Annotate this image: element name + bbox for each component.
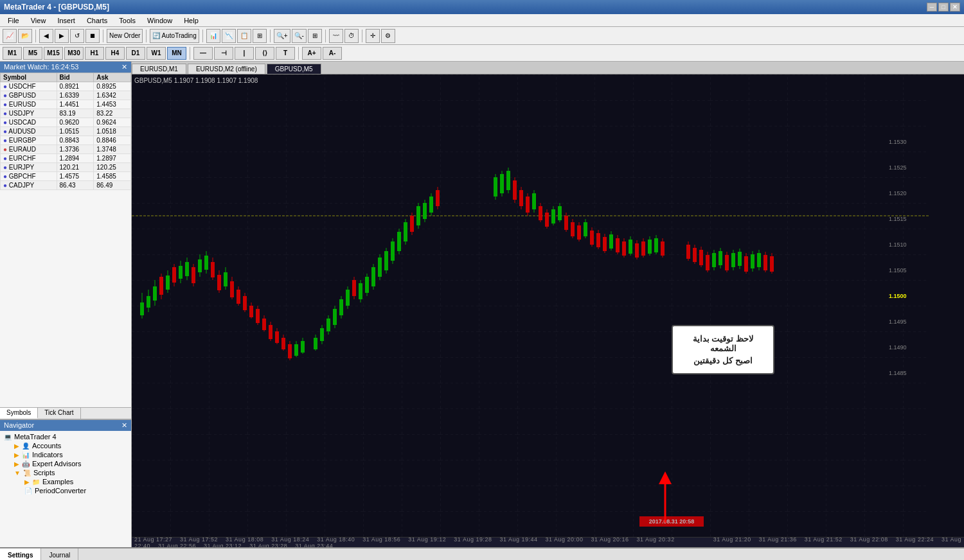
menu-charts[interactable]: Charts: [82, 15, 112, 26]
forward-btn[interactable]: ▶: [55, 29, 69, 43]
tf-d1[interactable]: D1: [126, 47, 145, 60]
draw-channel-btn[interactable]: ⟨⟩: [255, 47, 274, 60]
indicator-btn[interactable]: 〰: [329, 29, 343, 43]
nav-indicators[interactable]: ▶ 📊 Indicators: [12, 450, 130, 459]
market-watch-row[interactable]: ● EURUSD 1.4451 1.4453: [1, 100, 131, 109]
tf-m5[interactable]: M5: [23, 47, 42, 60]
zoom-in-btn[interactable]: 🔍+: [274, 29, 290, 43]
chart-tab-eurusd-m2[interactable]: EURUSD,M2 (offline): [188, 64, 265, 74]
settings-btn[interactable]: ⚙: [381, 29, 395, 43]
open-btn[interactable]: 📂: [18, 29, 32, 43]
nav-expert-advisors[interactable]: ▶ 🤖 Expert Advisors: [12, 459, 130, 468]
chart-btn2[interactable]: 📉: [222, 29, 236, 43]
close-button[interactable]: ✕: [950, 3, 960, 12]
title-bar: MetaTrader 4 - [GBPUSD,M5] ─ □ ✕: [0, 0, 964, 14]
svg-rect-174: [763, 255, 767, 270]
market-watch-header: Market Watch: 16:24:53 ✕: [0, 62, 131, 73]
market-watch-row[interactable]: ● CADJPY 86.43 86.49: [1, 181, 131, 190]
market-watch-row[interactable]: ● GBPCHF 1.4575 1.4585: [1, 172, 131, 181]
tf-h4[interactable]: H4: [105, 47, 125, 60]
svg-rect-100: [506, 171, 510, 190]
tf-h1[interactable]: H1: [85, 47, 104, 60]
period-btn[interactable]: ⏱: [344, 29, 359, 43]
market-watch-row[interactable]: ● USDCAD 0.9620 0.9624: [1, 118, 131, 127]
stop-btn[interactable]: ⏹: [85, 29, 100, 43]
bp-tab-journal[interactable]: Journal: [41, 548, 78, 560]
svg-rect-32: [230, 281, 234, 297]
chart-btn3[interactable]: 📋: [237, 29, 251, 43]
svg-rect-136: [622, 241, 626, 256]
tf-m1[interactable]: M1: [3, 47, 22, 60]
svg-rect-148: [661, 241, 665, 256]
nav-metatrader4[interactable]: 💻 MetaTrader 4: [1, 432, 130, 441]
market-watch-row[interactable]: ● GBPUSD 1.6339 1.6342: [1, 91, 131, 100]
col-bid: Bid: [57, 73, 94, 82]
toolbar2: M1 M5 M15 M30 H1 H4 D1 W1 MN — ⊣ | ⟨⟩ T …: [0, 45, 964, 62]
tf-m15[interactable]: M15: [44, 47, 63, 60]
market-watch-row[interactable]: ● EURGBP 0.8843 0.8846: [1, 136, 131, 145]
svg-rect-6: [147, 296, 150, 308]
market-watch-row[interactable]: ● USDJPY 83.19 83.22: [1, 109, 131, 118]
refresh-btn[interactable]: ↺: [70, 29, 84, 43]
mw-ask: 1.2897: [94, 154, 131, 163]
chart-btn4[interactable]: ⊞: [253, 29, 267, 43]
pc-icon: 💻: [4, 433, 12, 441]
tab-symbols[interactable]: Symbols: [0, 408, 38, 419]
market-watch-close[interactable]: ✕: [121, 63, 127, 71]
menu-file[interactable]: File: [3, 15, 24, 26]
zoom-out2-btn[interactable]: A-: [323, 47, 342, 60]
menu-view[interactable]: View: [26, 15, 51, 26]
minimize-button[interactable]: ─: [927, 3, 937, 12]
market-watch-row[interactable]: ● EURCHF 1.2894 1.2897: [1, 154, 131, 163]
svg-rect-26: [211, 262, 215, 277]
mw-ask: 0.8925: [94, 82, 131, 91]
draw-hline-btn[interactable]: ⊣: [214, 47, 233, 60]
restore-button[interactable]: □: [938, 3, 949, 12]
nav-period-converter[interactable]: 📄 PeriodConverter: [22, 486, 130, 495]
new-order-btn[interactable]: New Order: [107, 29, 143, 43]
market-watch-row[interactable]: ● EURAUD 1.3736 1.3748: [1, 145, 131, 154]
svg-rect-112: [545, 213, 549, 227]
zoom-in2-btn[interactable]: A+: [302, 47, 321, 60]
chart-btn1[interactable]: 📊: [206, 29, 220, 43]
tf-w1[interactable]: W1: [147, 47, 166, 60]
menu-tools[interactable]: Tools: [114, 15, 141, 26]
svg-rect-114: [551, 209, 555, 223]
draw-text-btn[interactable]: T: [276, 47, 295, 60]
svg-rect-42: [262, 319, 266, 330]
new-chart-btn[interactable]: 📈: [3, 29, 17, 43]
bp-tab-settings[interactable]: Settings: [0, 548, 41, 560]
svg-rect-160: [719, 251, 722, 265]
crosshair-btn[interactable]: ✛: [366, 29, 380, 43]
nav-accounts-label: Accounts: [32, 442, 61, 450]
svg-rect-52: [294, 344, 298, 356]
zoom-out-btn[interactable]: 🔍-: [292, 29, 307, 43]
market-watch-row[interactable]: ● USDCHF 0.8921 0.8925: [1, 82, 131, 91]
navigator-content: 💻 MetaTrader 4 ▶ 👤 Accounts ▶ 📊 Indicato…: [0, 431, 131, 496]
tab-tick-chart[interactable]: Tick Chart: [38, 408, 80, 419]
nav-scripts[interactable]: ▼ 📜 Scripts: [12, 468, 130, 477]
menu-insert[interactable]: Insert: [52, 15, 80, 26]
autotrading-btn[interactable]: 🔄 AutoTrading: [150, 29, 199, 43]
svg-rect-86: [410, 216, 414, 232]
market-watch-row[interactable]: ● AUDUSD 1.0515 1.0518: [1, 127, 131, 136]
navigator-close[interactable]: ✕: [121, 421, 127, 430]
market-watch-row[interactable]: ● EURJPY 120.21 120.25: [1, 163, 131, 172]
back-btn[interactable]: ◀: [39, 29, 53, 43]
draw-line-btn[interactable]: —: [193, 47, 213, 60]
chart-tab-eurusd-m1[interactable]: EURUSD,M1: [132, 64, 186, 74]
mw-symbol: ● USDCHF: [1, 82, 57, 91]
nav-accounts[interactable]: ▶ 👤 Accounts: [12, 441, 130, 450]
grid-btn[interactable]: ⊞: [308, 29, 322, 43]
tf-mn[interactable]: MN: [167, 47, 186, 60]
navigator: Navigator ✕ 💻 MetaTrader 4 ▶ 👤 Accounts …: [0, 419, 131, 547]
nav-examples[interactable]: ▶ 📁 Examples: [22, 477, 130, 486]
tf-m30[interactable]: M30: [64, 47, 84, 60]
mw-symbol: ● GBPUSD: [1, 91, 57, 100]
mw-bid: 1.6339: [57, 91, 94, 100]
draw-vline-btn[interactable]: |: [235, 47, 254, 60]
chart-content[interactable]: GBPUSD,M5 1.1907 1.1908 1.1907 1.1908: [132, 74, 964, 537]
menu-window[interactable]: Window: [142, 15, 177, 26]
menu-help[interactable]: Help: [179, 15, 204, 26]
chart-tab-gbpusd-m5[interactable]: GBPUSD,M5: [267, 64, 321, 74]
